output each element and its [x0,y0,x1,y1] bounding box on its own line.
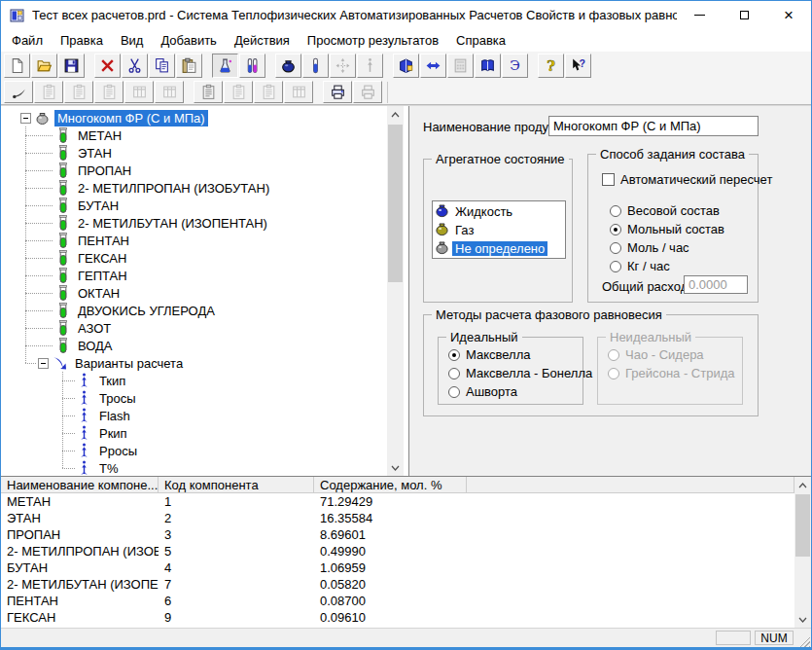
tree-item[interactable]: БУТАН [1,197,387,214]
product-properties-button[interactable] [212,54,238,78]
resize-grip[interactable] [797,634,810,647]
copy-button[interactable] [149,54,175,78]
tree-scrollbar[interactable] [387,106,404,476]
table-report-button-2[interactable] [155,81,184,103]
scroll-up-icon[interactable] [794,477,811,493]
tree-item[interactable]: АЗОТ [1,319,387,337]
menu-item[interactable]: Добавить [152,30,225,51]
context-help-button[interactable]: ? [565,54,591,78]
print-button[interactable] [323,81,352,103]
radio-icon[interactable] [448,349,460,361]
tree-item-label[interactable]: ВОДА [75,338,116,354]
tree-item[interactable]: Варианты расчета [1,354,387,372]
radio-icon[interactable] [610,205,621,217]
units-button[interactable]: Э [502,54,528,78]
composition-option-label[interactable]: Моль / час [627,240,689,255]
report-button-6[interactable] [254,81,283,103]
tree-item[interactable]: ГЕПТАН [1,267,387,284]
menu-item[interactable]: Правка [52,30,112,51]
tree-item[interactable]: Тросы [1,389,387,407]
scrollbar-thumb[interactable] [388,125,403,282]
tree-item[interactable]: Ткип [1,372,387,389]
tree-item[interactable]: МЕТАН [1,126,387,144]
tree-item[interactable]: Рросы [1,442,387,459]
tree-item[interactable]: 2- МЕТИЛПРОПАН (ИЗОБУТАН) [1,179,387,197]
tree-item[interactable]: Ркип [1,424,387,442]
tree-item-label[interactable]: 2- МЕТИЛПРОПАН (ИЗОБУТАН) [75,180,272,197]
tree-item-label[interactable]: Ркип [96,425,130,442]
column-header-content[interactable]: Содержание, мол. % [314,477,467,492]
auto-recalc-checkbox[interactable] [602,173,615,186]
report-button-3[interactable] [94,81,124,103]
components-button[interactable] [239,54,265,78]
tree-item-label[interactable]: ДВУОКИСЬ УГЛЕРОДА [75,303,218,319]
tree-item-label[interactable]: Варианты расчета [72,355,186,372]
table-row[interactable]: ПРОПАН 3 8.69601 [1,526,794,543]
tree-item-label[interactable]: ЭТАН [75,145,115,162]
normalize-button[interactable] [357,54,383,78]
tree-item[interactable]: ОКТАН [1,284,387,302]
aggregate-state-label[interactable]: Газ [452,223,477,237]
composition-option[interactable]: Мольный состав [610,220,724,238]
radio-icon[interactable] [448,368,460,379]
tree-item-label[interactable]: Многокомп ФР (С и МПа) [54,110,208,126]
scroll-down-icon[interactable] [794,611,811,628]
tree-item[interactable]: Flash [1,407,387,424]
composition-option[interactable]: Весовой состав [610,201,724,220]
report-button-4[interactable] [194,81,223,103]
tree-item-label[interactable]: АЗОТ [75,320,114,337]
tree-item-label[interactable]: МЕТАН [75,127,124,144]
menu-item[interactable]: Просмотр результатов [299,30,447,51]
save-button[interactable] [58,54,85,78]
tree-item[interactable]: Т% [1,459,387,476]
scroll-up-icon[interactable] [387,106,404,123]
ideal-method-label[interactable]: Максвелла - Бонелла [466,366,592,380]
ideal-method-label[interactable]: Максвелла [466,347,531,362]
ideal-method-option[interactable]: Максвелла [448,345,592,364]
composition-option-label[interactable]: Весовой состав [627,203,720,218]
ideal-method-label[interactable]: Ашворта [466,384,517,399]
aggregate-state-label[interactable]: Не определено [452,241,547,256]
column-header-name[interactable]: Наименование компоне... [1,477,159,492]
tree-item[interactable]: Многокомп ФР (С и МПа) [1,109,387,126]
tree-item-label[interactable]: ПРОПАН [75,162,134,179]
table-row[interactable]: БУТАН 4 1.06959 [1,560,794,576]
table-report-button-1[interactable] [124,81,154,103]
tree-expander-icon[interactable] [20,113,31,124]
table-report-button-3[interactable] [284,81,313,103]
tree-item[interactable]: ПЕНТАН [1,232,387,249]
aggregate-state-item[interactable]: Газ [433,221,565,239]
menu-item[interactable]: Действия [226,30,299,51]
radio-icon[interactable] [610,224,621,235]
column-header-code[interactable]: Код компонента [159,477,314,492]
report-button-5[interactable] [224,81,253,103]
table-scrollbar[interactable] [794,477,811,628]
table-row[interactable]: 2- МЕТИЛБУТАН (ИЗОПЕ... 7 0.05820 [1,576,794,593]
tree-item-label[interactable]: Рросы [96,443,140,459]
tree-item-label[interactable]: Ткип [96,373,128,389]
tree-item[interactable]: ПРОПАН [1,162,387,179]
tree-item-label[interactable]: ПЕНТАН [75,233,132,249]
table-row[interactable]: ПЕНТАН 6 0.08700 [1,593,794,609]
tree-item-label[interactable]: Flash [96,408,133,424]
tree-item-label[interactable]: ОКТАН [75,285,123,302]
scrollbar-thumb[interactable] [795,494,810,557]
reference-book-button[interactable] [475,54,501,78]
product-name-input[interactable] [548,116,759,136]
open-file-button[interactable] [31,54,57,78]
tree-item-label[interactable]: БУТАН [75,198,122,214]
print-preview-button[interactable] [353,81,382,103]
composition-option-label[interactable]: Мольный состав [627,222,724,236]
maximize-button[interactable] [722,1,766,29]
tree-expander-icon[interactable] [38,358,49,369]
aggregate-state-item[interactable]: Жидкость [433,202,565,221]
menu-item[interactable]: Справка [447,30,514,51]
tree-item-label[interactable]: 2- МЕТИЛБУТАН (ИЗОПЕНТАН) [75,215,270,232]
tree-item[interactable]: ЭТАН [1,144,387,162]
radio-icon[interactable] [448,386,460,398]
liquid-phase-button[interactable] [275,54,301,78]
table-row[interactable]: ЭТАН 2 16.35584 [1,510,794,526]
mix-components-button[interactable] [330,54,356,78]
composition-option[interactable]: Моль / час [610,238,724,257]
total-flow-input[interactable] [684,275,748,294]
